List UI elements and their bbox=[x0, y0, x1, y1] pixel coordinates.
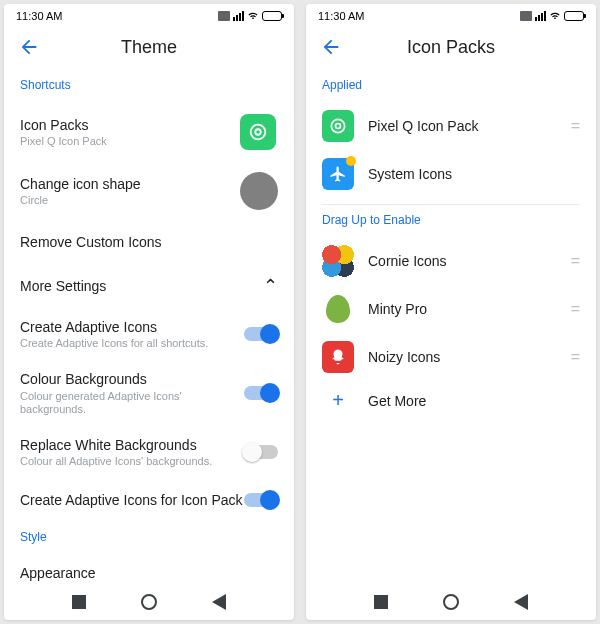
row-remove-custom[interactable]: Remove Custom Icons bbox=[20, 220, 278, 264]
row-appearance[interactable]: Appearance Automatic (Matches Wallpaper) bbox=[20, 554, 278, 584]
signal-icon bbox=[535, 11, 546, 21]
minty-icon bbox=[322, 293, 354, 325]
row-subtitle: Pixel Q Icon Pack bbox=[20, 135, 238, 148]
pack-title: Minty Pro bbox=[368, 301, 571, 317]
sim-icon bbox=[520, 11, 532, 21]
row-title: More Settings bbox=[20, 277, 106, 295]
circle-shape-preview bbox=[240, 172, 278, 210]
battery-icon bbox=[564, 11, 584, 21]
get-more-label: Get More bbox=[368, 393, 580, 409]
row-change-shape[interactable]: Change icon shape Circle bbox=[20, 162, 278, 220]
toggle-create-adaptive[interactable] bbox=[244, 327, 278, 341]
svg-point-2 bbox=[331, 119, 344, 132]
pack-system[interactable]: System Icons bbox=[322, 150, 580, 198]
pack-noizy[interactable]: Noizy Icons = bbox=[322, 333, 580, 381]
row-create-adaptive-pack[interactable]: Create Adaptive Icons for Icon Pack bbox=[20, 478, 278, 522]
battery-icon bbox=[262, 11, 282, 21]
nav-home-icon[interactable] bbox=[141, 594, 157, 610]
pack-title: Noizy Icons bbox=[368, 349, 571, 365]
row-title: Change icon shape bbox=[20, 175, 240, 193]
status-bar: 11:30 AM bbox=[4, 4, 294, 28]
page-title: Theme bbox=[121, 37, 177, 58]
svg-point-0 bbox=[251, 125, 266, 140]
pack-title: Cornie Icons bbox=[368, 253, 571, 269]
row-get-more[interactable]: + Get More bbox=[322, 381, 580, 420]
row-subtitle: Circle bbox=[20, 194, 240, 207]
header: Icon Packs bbox=[306, 28, 596, 70]
row-title: Replace White Backgrounds bbox=[20, 436, 244, 454]
nav-recents-icon[interactable] bbox=[72, 595, 86, 609]
phone-right-iconpacks: 11:30 AM Icon Packs Applied Pixel Q Icon… bbox=[306, 4, 596, 620]
icon-pack-preview bbox=[238, 112, 278, 152]
row-subtitle: Colour generated Adaptive Icons' backgro… bbox=[20, 390, 244, 416]
nav-recents-icon[interactable] bbox=[374, 595, 388, 609]
pixelq-icon bbox=[322, 110, 354, 142]
toggle-adaptive-pack[interactable] bbox=[244, 493, 278, 507]
wifi-icon bbox=[247, 11, 259, 21]
navigation-bar bbox=[4, 584, 294, 620]
row-title: Icon Packs bbox=[20, 116, 238, 134]
status-time: 11:30 AM bbox=[318, 10, 364, 22]
divider bbox=[322, 204, 580, 205]
nav-home-icon[interactable] bbox=[443, 594, 459, 610]
section-shortcuts: Shortcuts bbox=[20, 78, 278, 92]
section-dragup: Drag Up to Enable bbox=[322, 213, 580, 227]
svg-point-3 bbox=[336, 124, 341, 129]
row-subtitle: Colour all Adaptive Icons' backgrounds. bbox=[20, 455, 244, 468]
row-subtitle: Create Adaptive Icons for all shortcuts. bbox=[20, 337, 244, 350]
noizy-icon bbox=[322, 341, 354, 373]
row-title: Create Adaptive Icons for Icon Pack bbox=[20, 491, 243, 509]
svg-point-1 bbox=[255, 129, 261, 135]
row-replace-white[interactable]: Replace White Backgrounds Colour all Ada… bbox=[20, 426, 278, 478]
pack-cornie[interactable]: Cornie Icons = bbox=[322, 237, 580, 285]
section-applied: Applied bbox=[322, 78, 580, 92]
nav-back-icon[interactable] bbox=[212, 594, 226, 610]
pixelq-icon bbox=[240, 114, 276, 150]
row-more-settings[interactable]: More Settings ⌃ bbox=[20, 264, 278, 308]
row-title: Remove Custom Icons bbox=[20, 233, 162, 251]
chevron-up-icon: ⌃ bbox=[263, 275, 278, 297]
header: Theme bbox=[4, 28, 294, 70]
toggle-colour-bg[interactable] bbox=[244, 386, 278, 400]
nav-back-icon[interactable] bbox=[514, 594, 528, 610]
toggle-replace-white[interactable] bbox=[244, 445, 278, 459]
page-title: Icon Packs bbox=[407, 37, 495, 58]
row-colour-backgrounds[interactable]: Colour Backgrounds Colour generated Adap… bbox=[20, 360, 278, 426]
row-title: Appearance bbox=[20, 564, 278, 582]
iconpacks-content: Applied Pixel Q Icon Pack = System Icons… bbox=[306, 70, 596, 584]
status-icons bbox=[218, 11, 282, 21]
plus-icon: + bbox=[322, 389, 354, 412]
cornie-icon bbox=[322, 245, 354, 277]
status-time: 11:30 AM bbox=[16, 10, 62, 22]
signal-icon bbox=[233, 11, 244, 21]
row-create-adaptive[interactable]: Create Adaptive Icons Create Adaptive Ic… bbox=[20, 308, 278, 360]
status-bar: 11:30 AM bbox=[306, 4, 596, 28]
status-icons bbox=[520, 11, 584, 21]
row-icon-packs[interactable]: Icon Packs Pixel Q Icon Pack bbox=[20, 102, 278, 162]
system-icon bbox=[322, 158, 354, 190]
pack-title: Pixel Q Icon Pack bbox=[368, 118, 571, 134]
drag-handle-icon[interactable]: = bbox=[571, 348, 580, 366]
back-arrow-icon[interactable] bbox=[18, 36, 40, 58]
drag-handle-icon[interactable]: = bbox=[571, 252, 580, 270]
settings-content: Shortcuts Icon Packs Pixel Q Icon Pack C… bbox=[4, 70, 294, 584]
pack-title: System Icons bbox=[368, 166, 580, 182]
section-style: Style bbox=[20, 530, 278, 544]
wifi-icon bbox=[549, 11, 561, 21]
pack-pixelq[interactable]: Pixel Q Icon Pack = bbox=[322, 102, 580, 150]
drag-handle-icon[interactable]: = bbox=[571, 117, 580, 135]
row-title: Colour Backgrounds bbox=[20, 370, 244, 388]
drag-handle-icon[interactable]: = bbox=[571, 300, 580, 318]
sim-icon bbox=[218, 11, 230, 21]
phone-left-theme: 11:30 AM Theme Shortcuts Icon Packs Pixe… bbox=[4, 4, 294, 620]
navigation-bar bbox=[306, 584, 596, 620]
back-arrow-icon[interactable] bbox=[320, 36, 342, 58]
row-title: Create Adaptive Icons bbox=[20, 318, 244, 336]
pack-minty[interactable]: Minty Pro = bbox=[322, 285, 580, 333]
